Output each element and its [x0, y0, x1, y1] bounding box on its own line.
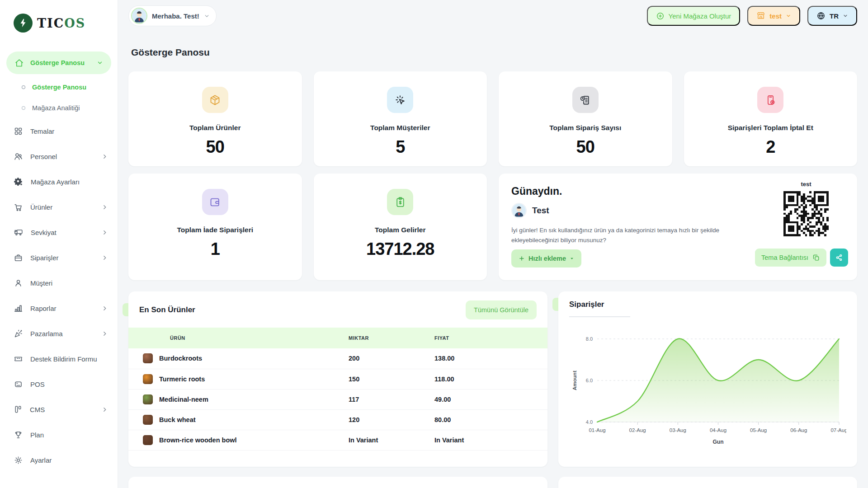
chevron-right-icon: [102, 305, 108, 311]
cursor-click-icon: [387, 87, 413, 113]
language-select[interactable]: TR: [807, 6, 857, 26]
svg-text:03-Aug: 03-Aug: [670, 427, 686, 433]
user-avatar: [131, 8, 147, 24]
topbar: Merhaba. Test! Yeni Mağaza Oluştur test …: [128, 5, 857, 26]
stat-value: 1: [211, 239, 220, 259]
stat-card-total-revenue: Toplam Gelirler 13712.28: [314, 174, 487, 280]
sidebar-item-urunler[interactable]: Ürünler: [0, 194, 118, 220]
share-button[interactable]: [830, 249, 848, 267]
card-accent: [552, 298, 558, 311]
new-store-button[interactable]: Yeni Mağaza Oluştur: [647, 6, 741, 26]
sidebar-item-temalar[interactable]: Temalar: [0, 118, 118, 144]
sidebar: TICOS Gösterge Panosu Gösterge Panosu Ma…: [0, 0, 118, 488]
caret-down-icon: [570, 256, 574, 261]
partial-card: [128, 477, 547, 488]
view-all-button[interactable]: Tümünü Görüntüle: [466, 300, 537, 319]
theme-link-button[interactable]: Tema Bağlantısı: [755, 249, 826, 267]
table-row[interactable]: Medicinal-neem 117 49.00: [128, 389, 547, 409]
greeting-username: Test: [532, 206, 549, 216]
orders-area-chart[interactable]: 4.06.08.001-Aug02-Aug03-Aug04-Aug05-Aug0…: [569, 327, 846, 457]
stat-label: Toplam Ürünler: [189, 124, 241, 132]
chevron-right-icon: [102, 230, 108, 235]
table-row[interactable]: Turmeric roots 150 118.00: [128, 369, 547, 389]
svg-text:02-Aug: 02-Aug: [629, 427, 646, 433]
stat-label: Toplam Müşteriler: [370, 124, 430, 132]
table-row[interactable]: Burdockroots 200 138.00: [128, 348, 547, 369]
sidebar-item-gosterge-panosu[interactable]: Gösterge Panosu: [6, 52, 111, 74]
products-table: ÜRÜN MIKTAR FIYAT Burdockroots 200 138.0…: [128, 328, 547, 450]
sidebar-subitem-magaza-analitigi[interactable]: Mağaza Analitiği: [0, 98, 118, 118]
users-icon: [14, 152, 23, 161]
stat-value: 50: [576, 137, 594, 157]
chevron-right-icon: [102, 204, 108, 210]
svg-text:8.0: 8.0: [586, 336, 593, 342]
sidebar-item-personel[interactable]: Personel: [0, 144, 118, 169]
svg-text:Amount: Amount: [572, 371, 577, 390]
chevron-right-icon: [102, 407, 108, 413]
svg-text:4.0: 4.0: [586, 419, 593, 425]
user-avatar: [511, 203, 527, 218]
circle-icon: [21, 105, 26, 111]
globe-icon: [816, 11, 826, 20]
sidebar-item-raporlar[interactable]: Raporlar: [0, 296, 118, 321]
columns-icon: [14, 405, 23, 414]
brand-logo[interactable]: TICOS: [0, 0, 118, 46]
gear-icon: [14, 455, 23, 465]
chevron-down-icon: [97, 60, 103, 66]
col-price: FIYAT: [434, 328, 547, 348]
greeting-text: Merhaba. Test!: [152, 12, 199, 20]
product-thumbnail: [143, 415, 153, 425]
products-card-title: En Son Ürünler: [139, 305, 195, 314]
sidebar-item-pazarlama[interactable]: Pazarlama: [0, 321, 118, 346]
sidebar-item-magaza-ayarlari[interactable]: Mağaza Ayarları: [0, 169, 118, 194]
briefcase-icon: [14, 253, 23, 263]
copy-icon: [812, 254, 820, 262]
stat-label: Toplam Gelirler: [375, 226, 426, 234]
table-row[interactable]: Buck wheat 120 80.00: [128, 409, 547, 430]
stat-card-cancelled-orders: Siparişleri Toplam İptal Et 2: [684, 71, 858, 166]
sidebar-item-sevkiyat[interactable]: Sevkiyat: [0, 220, 118, 245]
greeting-message: İyi günler! En sık kullandığınız ürün ya…: [511, 225, 751, 246]
table-row[interactable]: Brown-rice wooden bowl In Variant In Var…: [128, 430, 547, 450]
sidebar-item-plan[interactable]: Plan: [0, 422, 118, 447]
chevron-right-icon: [102, 331, 108, 337]
lightning-icon: [14, 14, 33, 33]
sidebar-item-musteri[interactable]: Müşteri: [0, 270, 118, 296]
product-thumbnail: [143, 374, 153, 384]
pos-terminal-icon: [14, 380, 23, 389]
product-thumbnail: [143, 435, 153, 445]
party-popper-icon: [14, 329, 23, 338]
chevron-down-icon: [786, 13, 791, 19]
svg-text:Gun: Gun: [713, 439, 724, 445]
user-icon: [14, 278, 23, 288]
stats-grid: Toplam Ürünler 50 Toplam Müşteriler 5 To…: [128, 71, 857, 280]
chevron-right-icon: [102, 154, 108, 160]
main-content: Merhaba. Test! Yeni Mağaza Oluştur test …: [118, 0, 868, 488]
sidebar-item-label: Gösterge Panosu: [30, 59, 90, 66]
svg-text:06-Aug: 06-Aug: [790, 427, 807, 433]
chevron-down-icon: [204, 13, 210, 19]
sidebar-item-destek-bildirim-formu[interactable]: Destek Bildirim Formu: [0, 346, 118, 371]
sidebar-item-siparisler[interactable]: Siparişler: [0, 245, 118, 270]
product-thumbnail: [143, 394, 153, 404]
svg-text:07-Aug: 07-Aug: [830, 427, 846, 433]
store-select[interactable]: test: [747, 6, 800, 26]
clipboard-dollar-icon: [387, 189, 413, 215]
wallet-icon: [202, 189, 228, 215]
sidebar-item-pos[interactable]: POS: [0, 371, 118, 397]
user-menu-chip[interactable]: Merhaba. Test!: [128, 5, 217, 26]
stat-value: 50: [206, 137, 224, 157]
qr-block: test: [783, 181, 829, 236]
stat-card-total-orders: Toplam Sipariş Sayısı 50: [499, 71, 672, 166]
ticket-icon: [14, 354, 23, 364]
invoice-clock-icon: [572, 87, 599, 113]
sidebar-item-ayarlar[interactable]: Ayarlar: [0, 447, 118, 473]
chevron-right-icon: [102, 255, 108, 261]
sidebar-item-cms[interactable]: CMS: [0, 397, 118, 422]
sidebar-subitem-gosterge-panosu[interactable]: Gösterge Panosu: [0, 77, 118, 98]
latest-products-card: En Son Ürünler Tümünü Görüntüle ÜRÜN MIK…: [128, 291, 547, 467]
plus-circle-icon: [656, 12, 665, 20]
quick-add-button[interactable]: Hızlı ekleme: [511, 249, 581, 267]
stat-card-total-products: Toplam Ürünler 50: [128, 71, 302, 166]
truck-icon: [14, 227, 24, 237]
